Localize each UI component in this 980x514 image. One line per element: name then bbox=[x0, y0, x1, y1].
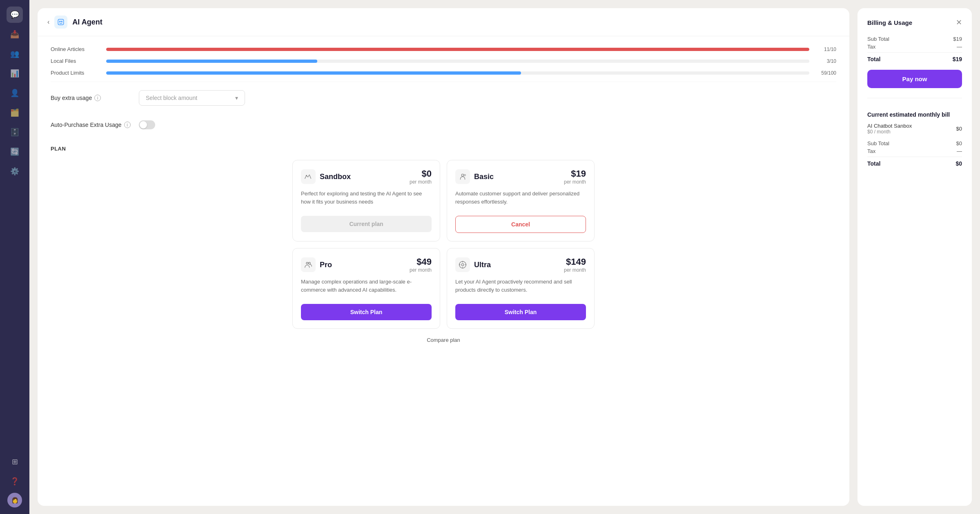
extra-usage-row: Buy extra usage i Select block amount 10… bbox=[51, 82, 836, 114]
sandbox-current-button: Current plan bbox=[301, 216, 432, 232]
auto-purchase-label: Auto-Purchase Extra Usage i bbox=[51, 122, 132, 128]
sidebar-icon-grid[interactable]: ⊞ bbox=[7, 454, 23, 470]
monthly-total-value: $0 bbox=[956, 160, 962, 167]
block-amount-select[interactable]: Select block amount 100 blocks 500 block… bbox=[146, 95, 232, 101]
sidebar-icon-agent[interactable]: 👤 bbox=[7, 85, 23, 101]
plan-card-pro: Pro $49 per month Manage complex operati… bbox=[292, 248, 440, 329]
ultra-per-month: per month bbox=[564, 267, 586, 273]
auto-purchase-text: Auto-Purchase Extra Usage bbox=[51, 122, 122, 128]
monthly-total-label: Total bbox=[867, 160, 880, 167]
sidebar-icon-integrations[interactable]: 🔄 bbox=[7, 144, 23, 160]
basic-plan-name: Basic bbox=[474, 173, 494, 181]
basic-price-wrap: $19 per month bbox=[564, 168, 586, 185]
monthly-tax-value: — bbox=[957, 148, 962, 154]
monthly-tax-label: Tax bbox=[867, 148, 875, 154]
auto-purchase-toggle[interactable] bbox=[139, 120, 155, 129]
compare-plan-link[interactable]: Compare plan bbox=[51, 337, 836, 343]
subtotal-label: Sub Total bbox=[867, 36, 889, 42]
billing-header: Billing & Usage ✕ bbox=[867, 18, 962, 27]
sidebar-icon-data[interactable]: 🗂️ bbox=[7, 104, 23, 121]
product-limits-count: 59/100 bbox=[816, 70, 836, 76]
sidebar-icon-inbox[interactable]: 📥 bbox=[7, 26, 23, 42]
pro-switch-button[interactable]: Switch Plan bbox=[301, 304, 432, 320]
billing-total-row: Total $19 bbox=[867, 52, 962, 63]
monthly-item-name: AI Chatbot Sanbox bbox=[867, 123, 912, 129]
extra-usage-info-icon[interactable]: i bbox=[94, 95, 101, 101]
sidebar-icon-settings[interactable]: ⚙️ bbox=[7, 163, 23, 179]
total-label: Total bbox=[867, 56, 880, 62]
ultra-card-header: Ultra $149 per month bbox=[455, 257, 586, 273]
online-articles-count: 11/10 bbox=[816, 47, 836, 52]
local-files-label: Local Files bbox=[51, 58, 100, 64]
sidebar-icon-contacts[interactable]: 👥 bbox=[7, 46, 23, 62]
plan-grid: Sandbox $0 per month Perfect for explori… bbox=[292, 160, 595, 329]
ultra-price-wrap: $149 per month bbox=[564, 257, 586, 273]
basic-description: Automate customer support and deliver pe… bbox=[455, 190, 586, 209]
sidebar-icon-analytics[interactable]: 📊 bbox=[7, 65, 23, 82]
sandbox-price-wrap: $0 per month bbox=[410, 168, 432, 185]
sandbox-icon bbox=[301, 169, 316, 184]
monthly-item-sub: $0 / month bbox=[867, 129, 912, 135]
basic-per-month: per month bbox=[564, 179, 586, 185]
ultra-price: $149 bbox=[564, 257, 586, 267]
product-limits-label: Product Limits bbox=[51, 70, 100, 76]
monthly-subtotal-value: $0 bbox=[956, 140, 962, 146]
basic-price: $19 bbox=[564, 168, 586, 179]
sidebar-icon-help[interactable]: ❓ bbox=[7, 473, 23, 490]
block-amount-dropdown[interactable]: Select block amount 100 blocks 500 block… bbox=[139, 90, 245, 106]
monthly-bill-item: AI Chatbot Sanbox $0 / month $0 bbox=[867, 123, 962, 135]
ultra-switch-button[interactable]: Switch Plan bbox=[455, 304, 586, 320]
product-limits-bar-wrap bbox=[106, 71, 809, 75]
monthly-subtotal-row: Sub Total $0 bbox=[867, 140, 962, 147]
panel-body: Online Articles 11/10 Local Files 3/10 P… bbox=[38, 36, 849, 506]
dropdown-arrow-icon: ▾ bbox=[235, 95, 238, 101]
total-value: $19 bbox=[953, 56, 962, 62]
pro-price: $49 bbox=[410, 257, 432, 267]
monthly-tax-row: Tax — bbox=[867, 147, 962, 155]
usage-row-local: Local Files 3/10 bbox=[51, 58, 836, 64]
plan-card-ultra: Ultra $149 per month Let your AI Agent p… bbox=[447, 248, 595, 329]
basic-cancel-button[interactable]: Cancel bbox=[455, 216, 586, 233]
basic-icon bbox=[455, 169, 470, 184]
sandbox-card-header: Sandbox $0 per month bbox=[301, 168, 432, 185]
user-avatar[interactable]: 👩 bbox=[7, 493, 22, 507]
ultra-description: Let your AI Agent proactively recommend … bbox=[455, 278, 586, 297]
close-button[interactable]: ✕ bbox=[956, 18, 962, 27]
sandbox-name-wrap: Sandbox bbox=[301, 169, 351, 184]
sandbox-plan-name: Sandbox bbox=[320, 173, 351, 181]
usage-section: Online Articles 11/10 Local Files 3/10 P… bbox=[51, 46, 836, 76]
billing-subtotal-row: Sub Total $19 bbox=[867, 35, 962, 43]
pro-name-wrap: Pro bbox=[301, 257, 332, 272]
tax-value: — bbox=[957, 44, 962, 50]
plan-section: PLAN Sand bbox=[51, 146, 836, 343]
monthly-bill-title: Current estimated monthly bill bbox=[867, 111, 962, 118]
online-articles-bar-wrap bbox=[106, 48, 809, 51]
auto-purchase-info-icon[interactable]: i bbox=[124, 122, 131, 128]
local-files-bar bbox=[106, 60, 317, 63]
pro-per-month: per month bbox=[410, 267, 432, 273]
usage-row-online: Online Articles 11/10 bbox=[51, 46, 836, 52]
svg-point-4 bbox=[461, 174, 464, 177]
svg-point-6 bbox=[306, 262, 308, 264]
billing-title: Billing & Usage bbox=[867, 19, 912, 26]
monthly-total-row: Total $0 bbox=[867, 157, 962, 168]
product-limits-bar bbox=[106, 71, 521, 75]
sandbox-description: Perfect for exploring and testing the AI… bbox=[301, 190, 432, 209]
monthly-item-price: $0 bbox=[956, 126, 962, 132]
back-button[interactable]: ‹ bbox=[47, 18, 49, 26]
usage-row-product: Product Limits 59/100 bbox=[51, 70, 836, 76]
monthly-bill-section: Current estimated monthly bill AI Chatbo… bbox=[867, 111, 962, 168]
extra-usage-text: Buy extra usage bbox=[51, 95, 92, 101]
local-files-count: 3/10 bbox=[816, 58, 836, 64]
ultra-name-wrap: Ultra bbox=[455, 257, 491, 272]
online-articles-label: Online Articles bbox=[51, 46, 100, 52]
pro-description: Manage complex operations and large-scal… bbox=[301, 278, 432, 297]
page-title: AI Agent bbox=[72, 18, 102, 27]
sidebar-icon-chat[interactable]: 💬 bbox=[7, 7, 23, 23]
pay-now-button[interactable]: Pay now bbox=[867, 70, 962, 88]
basic-name-wrap: Basic bbox=[455, 169, 494, 184]
svg-point-5 bbox=[464, 175, 466, 176]
sidebar-icon-database[interactable]: 🗄️ bbox=[7, 124, 23, 140]
monthly-subtotal-label: Sub Total bbox=[867, 140, 889, 146]
plan-card-basic: Basic $19 per month Automate customer su… bbox=[447, 160, 595, 241]
